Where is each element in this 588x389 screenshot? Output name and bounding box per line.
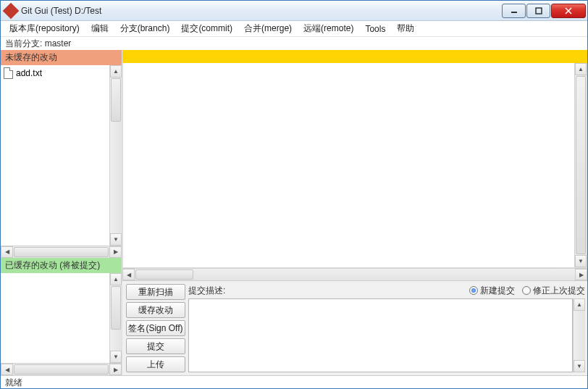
radio-dot-icon xyxy=(469,286,478,295)
scroll-right-icon[interactable]: ▶ xyxy=(109,364,122,375)
window-title: Git Gui (Test) D:/Test xyxy=(21,6,502,16)
file-name: add.txt xyxy=(16,68,42,78)
unstaged-hscrollbar[interactable]: ◀ ▶ xyxy=(1,246,122,258)
svg-rect-1 xyxy=(536,8,542,14)
menu-edit[interactable]: 编辑 xyxy=(85,20,114,37)
rescan-button[interactable]: 重新扫描 xyxy=(126,284,185,300)
left-column: 未缓存的改动 add.txt ▲ ▼ ◀ ▶ xyxy=(1,50,122,375)
scroll-thumb[interactable] xyxy=(14,364,109,375)
scroll-up-icon[interactable]: ▲ xyxy=(110,65,122,78)
window-controls xyxy=(502,4,586,18)
commit-message-input[interactable] xyxy=(188,298,573,372)
unstaged-file-list[interactable]: add.txt xyxy=(1,65,109,246)
scroll-left-icon[interactable]: ◀ xyxy=(1,364,13,375)
scroll-up-icon[interactable]: ▲ xyxy=(110,273,122,285)
scroll-thumb[interactable] xyxy=(135,269,193,280)
maximize-button[interactable] xyxy=(526,4,550,18)
scroll-right-icon[interactable]: ▶ xyxy=(575,269,587,280)
diff-area: ▲ ▼ xyxy=(122,63,587,268)
main-area: 未缓存的改动 add.txt ▲ ▼ ◀ ▶ xyxy=(1,50,587,375)
current-branch-label: 当前分支: master xyxy=(1,37,587,50)
scroll-thumb[interactable] xyxy=(14,247,109,257)
app-window: Git Gui (Test) D:/Test 版本库(repository) 编… xyxy=(0,0,588,389)
radio-dot-icon xyxy=(522,286,531,295)
scroll-up-icon[interactable]: ▲ xyxy=(574,298,585,311)
unstaged-hscroll-row: ◀ ▶ xyxy=(1,246,122,258)
scroll-thumb[interactable] xyxy=(576,76,586,254)
menubar: 版本库(repository) 编辑 分支(branch) 提交(commit)… xyxy=(1,21,587,37)
right-column: ▲ ▼ ◀ ▶ 重新扫描 缓存改动 签名(Sign Off) 提交 xyxy=(122,50,587,375)
commit-right: 提交描述: 新建提交 修正上次提交 xyxy=(188,284,585,372)
diff-vscrollbar[interactable]: ▲ ▼ xyxy=(574,63,587,267)
scroll-thumb[interactable] xyxy=(111,286,121,330)
scroll-down-icon[interactable]: ▼ xyxy=(110,233,122,246)
staged-vscrollbar[interactable]: ▲ ▼ xyxy=(109,273,122,363)
commit-button-column: 重新扫描 缓存改动 签名(Sign Off) 提交 上传 xyxy=(126,284,185,372)
staged-pane: ▲ ▼ xyxy=(1,273,122,363)
menu-repository[interactable]: 版本库(repository) xyxy=(4,20,85,37)
commit-button[interactable]: 提交 xyxy=(126,338,185,354)
push-button[interactable]: 上传 xyxy=(126,356,185,372)
unstaged-vscrollbar[interactable]: ▲ ▼ xyxy=(109,65,122,246)
scroll-down-icon[interactable]: ▼ xyxy=(574,360,585,372)
titlebar: Git Gui (Test) D:/Test xyxy=(1,1,587,21)
scroll-down-icon[interactable]: ▼ xyxy=(110,351,122,363)
staged-hscrollbar[interactable]: ◀ ▶ xyxy=(1,363,122,375)
scroll-down-icon[interactable]: ▼ xyxy=(575,255,587,267)
commit-message-label: 提交描述: xyxy=(188,285,227,297)
signoff-button[interactable]: 签名(Sign Off) xyxy=(126,320,185,336)
commit-message-area: ▲ ▼ xyxy=(188,298,585,372)
scroll-left-icon[interactable]: ◀ xyxy=(1,246,13,258)
list-item[interactable]: add.txt xyxy=(4,67,106,80)
status-text: 就绪 xyxy=(5,377,22,388)
scroll-up-icon[interactable]: ▲ xyxy=(575,63,587,75)
menu-remote[interactable]: 远端(remote) xyxy=(298,20,359,37)
scroll-thumb[interactable] xyxy=(111,78,121,122)
scroll-left-icon[interactable]: ◀ xyxy=(122,269,135,280)
radio-amend-label: 修正上次提交 xyxy=(533,285,585,297)
menu-branch[interactable]: 分支(branch) xyxy=(114,20,176,37)
menu-help[interactable]: 帮助 xyxy=(391,20,420,37)
menu-merge[interactable]: 合并(merge) xyxy=(238,20,298,37)
commit-top-row: 提交描述: 新建提交 修正上次提交 xyxy=(188,284,585,297)
stage-button[interactable]: 缓存改动 xyxy=(126,302,185,318)
staged-header: 已缓存的改动 (将被提交) xyxy=(1,258,122,273)
radio-new-label: 新建提交 xyxy=(480,285,515,297)
unstaged-header: 未缓存的改动 xyxy=(1,50,122,65)
status-bar: 就绪 xyxy=(1,375,587,388)
staged-hscroll-row: ◀ ▶ xyxy=(1,363,122,375)
menu-tools[interactable]: Tools xyxy=(359,22,391,36)
scroll-right-icon[interactable]: ▶ xyxy=(109,246,122,258)
commit-msg-vscrollbar[interactable]: ▲ ▼ xyxy=(573,298,585,372)
diff-viewer[interactable] xyxy=(123,63,574,267)
file-icon xyxy=(4,67,13,79)
diff-header xyxy=(122,50,587,63)
radio-amend-commit[interactable]: 修正上次提交 xyxy=(522,285,585,297)
close-button[interactable] xyxy=(551,4,586,18)
diff-hscroll-row: ◀ ▶ xyxy=(122,268,587,280)
minimize-button[interactable] xyxy=(502,4,526,18)
radio-new-commit[interactable]: 新建提交 xyxy=(469,285,515,297)
app-icon xyxy=(3,2,20,19)
staged-file-list[interactable] xyxy=(1,273,109,363)
menu-commit[interactable]: 提交(commit) xyxy=(175,20,238,37)
diff-hscrollbar[interactable]: ◀ ▶ xyxy=(122,268,587,280)
commit-panel: 重新扫描 缓存改动 签名(Sign Off) 提交 上传 提交描述: 新建提交 xyxy=(122,280,587,375)
unstaged-pane: add.txt ▲ ▼ xyxy=(1,65,122,246)
